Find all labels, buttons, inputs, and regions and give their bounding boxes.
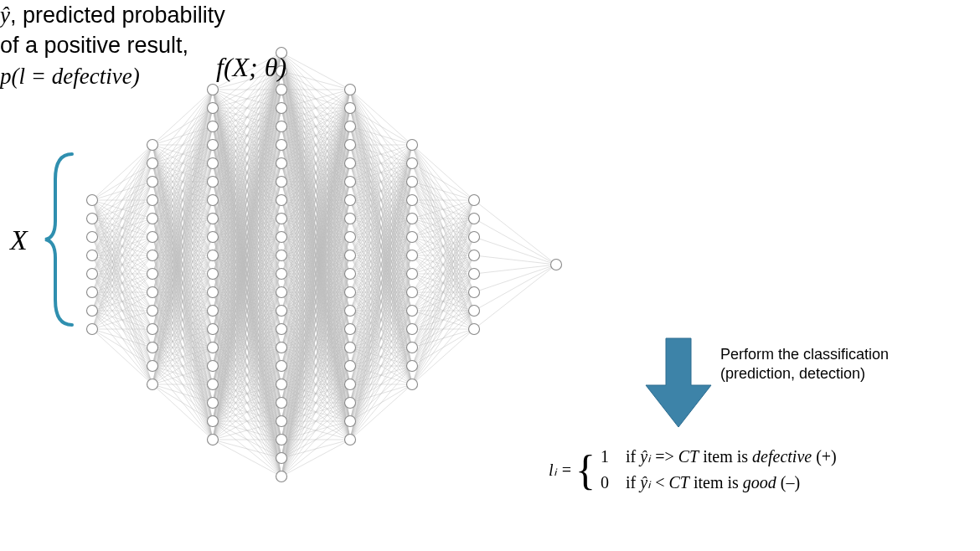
svg-line-1748 <box>474 265 556 274</box>
svg-point-1840 <box>407 177 418 188</box>
svg-line-871 <box>213 440 281 476</box>
svg-point-1768 <box>147 287 158 298</box>
svg-point-1851 <box>407 379 418 390</box>
svg-line-1744 <box>474 200 556 265</box>
svg-point-1805 <box>276 250 287 261</box>
classify-line1: Perform the classification <box>720 346 889 363</box>
svg-point-1820 <box>345 121 356 132</box>
svg-point-1799 <box>276 140 287 151</box>
svg-point-1788 <box>208 342 219 353</box>
svg-point-1832 <box>345 342 356 353</box>
svg-point-1833 <box>345 361 356 372</box>
svg-point-1806 <box>276 269 287 280</box>
svg-point-1818 <box>345 85 356 95</box>
svg-point-1835 <box>345 398 356 409</box>
svg-line-14 <box>92 145 152 219</box>
svg-point-1859 <box>469 324 480 335</box>
eq-case1-num: 1 <box>601 447 609 466</box>
eq-case2-cond: if ŷᵢ < CT item is good (–) <box>626 473 800 492</box>
svg-point-1762 <box>147 177 158 188</box>
svg-point-1824 <box>345 195 356 206</box>
svg-point-1848 <box>407 324 418 335</box>
svg-point-1753 <box>87 214 98 224</box>
svg-point-1759 <box>87 324 98 335</box>
svg-point-1801 <box>276 177 287 188</box>
svg-point-1803 <box>276 214 287 224</box>
svg-point-1819 <box>345 103 356 114</box>
svg-point-1839 <box>407 158 418 169</box>
svg-point-1821 <box>345 140 356 151</box>
svg-point-1843 <box>407 232 418 243</box>
svg-point-1767 <box>147 269 158 280</box>
svg-point-1829 <box>345 287 356 298</box>
svg-line-872 <box>281 53 350 90</box>
svg-line-1750 <box>474 265 556 311</box>
svg-point-1775 <box>208 103 219 114</box>
svg-point-1798 <box>276 121 287 132</box>
svg-point-1837 <box>345 435 356 445</box>
svg-point-1752 <box>87 195 98 206</box>
svg-point-1853 <box>469 214 480 224</box>
function-label: f(X; θ) <box>216 50 286 84</box>
svg-point-1779 <box>208 177 219 188</box>
svg-point-1771 <box>147 342 158 353</box>
svg-point-1809 <box>276 324 287 335</box>
eq-case-1: 1 if ŷᵢ => CT item is defective (+) <box>601 444 837 470</box>
svg-point-1790 <box>208 379 219 390</box>
eq-lhs: lᵢ = <box>549 457 572 483</box>
svg-point-1857 <box>469 287 480 298</box>
svg-line-1742 <box>412 311 474 384</box>
svg-point-1770 <box>147 324 158 335</box>
svg-point-1756 <box>87 269 98 280</box>
svg-line-1745 <box>474 219 556 265</box>
diagram-stage: X f(X; θ) ŷ, predicted probability of a … <box>0 0 980 551</box>
svg-point-1842 <box>407 214 418 224</box>
svg-point-1825 <box>345 214 356 224</box>
svg-point-1815 <box>276 435 287 445</box>
svg-point-1800 <box>276 158 287 169</box>
svg-point-1773 <box>147 379 158 390</box>
svg-point-1813 <box>276 398 287 409</box>
classify-line2: (prediction, detection) <box>720 365 865 382</box>
svg-point-1811 <box>276 361 287 372</box>
svg-point-1846 <box>407 287 418 298</box>
svg-point-1783 <box>208 250 219 261</box>
svg-line-1739 <box>412 255 474 384</box>
svg-point-1789 <box>208 361 219 372</box>
svg-point-1769 <box>147 306 158 317</box>
svg-point-1792 <box>208 416 219 427</box>
svg-point-1841 <box>407 195 418 206</box>
svg-point-1831 <box>345 324 356 335</box>
svg-point-1856 <box>469 269 480 280</box>
svg-point-1782 <box>208 232 219 243</box>
svg-point-1796 <box>276 85 287 95</box>
svg-point-1793 <box>208 435 219 445</box>
svg-point-1826 <box>345 232 356 243</box>
svg-point-1804 <box>276 232 287 243</box>
svg-line-1728 <box>412 200 474 366</box>
svg-point-1847 <box>407 306 418 317</box>
svg-point-1838 <box>407 140 418 151</box>
svg-point-1786 <box>208 306 219 317</box>
svg-point-1778 <box>208 158 219 169</box>
svg-point-1774 <box>208 85 219 95</box>
svg-point-1810 <box>276 342 287 353</box>
svg-point-1755 <box>87 250 98 261</box>
input-brace <box>40 147 82 332</box>
svg-point-1812 <box>276 379 287 390</box>
svg-point-1757 <box>87 287 98 298</box>
svg-line-28 <box>92 145 152 237</box>
svg-line-1747 <box>474 255 556 265</box>
svg-point-1765 <box>147 232 158 243</box>
svg-point-1761 <box>147 158 158 169</box>
svg-point-1827 <box>345 250 356 261</box>
svg-point-1763 <box>147 195 158 206</box>
svg-point-1784 <box>208 269 219 280</box>
svg-point-1781 <box>208 214 219 224</box>
svg-line-1741 <box>412 292 474 384</box>
svg-point-1834 <box>345 379 356 390</box>
svg-point-1858 <box>469 306 480 317</box>
classification-label: Perform the classification (prediction, … <box>720 345 955 383</box>
svg-line-56 <box>92 145 152 274</box>
svg-point-1844 <box>407 250 418 261</box>
